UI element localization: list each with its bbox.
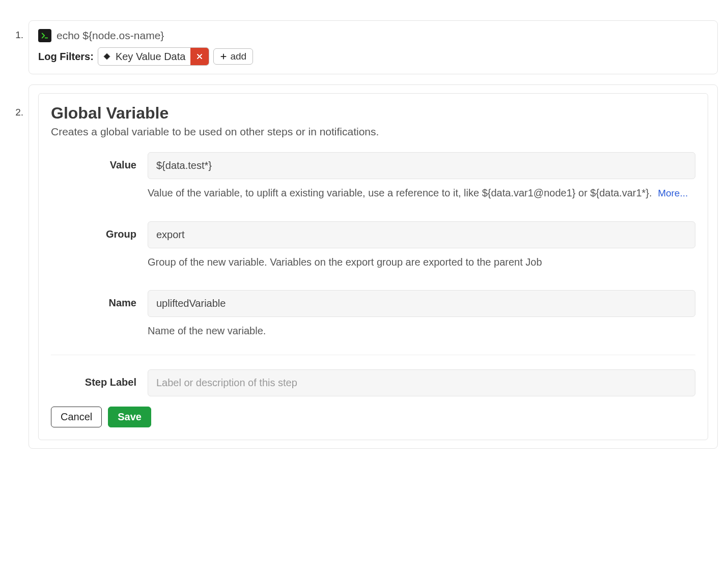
plus-icon bbox=[220, 53, 227, 60]
filter-pill-key-value-data[interactable]: Key Value Data bbox=[98, 47, 210, 66]
step-2-inner-panel: Global Variable Creates a global variabl… bbox=[38, 93, 708, 440]
name-row: Name Name of the new variable. bbox=[51, 290, 695, 343]
step-1-card: echo ${node.os-name} Log Filters: Key Va… bbox=[29, 20, 718, 74]
log-filters-row: Log Filters: Key Value Data bbox=[38, 47, 708, 66]
step-2-card: Global Variable Creates a global variabl… bbox=[29, 84, 718, 449]
form-divider bbox=[51, 355, 695, 355]
name-label: Name bbox=[51, 290, 148, 309]
value-row: Value Value of the variable, to uplift a… bbox=[51, 152, 695, 216]
value-input[interactable] bbox=[148, 152, 695, 179]
value-more-link[interactable]: More... bbox=[658, 188, 688, 198]
terminal-icon bbox=[38, 29, 51, 42]
step-1-command-line: echo ${node.os-name} bbox=[38, 29, 708, 42]
global-variable-description: Creates a global variable to be used on … bbox=[51, 126, 695, 138]
button-row: Cancel Save bbox=[51, 407, 695, 427]
group-help-text: Group of the new variable. Variables on … bbox=[148, 254, 695, 270]
step-1-row: 1. echo ${node.os-name} Log Filters: bbox=[10, 20, 718, 74]
step-label-input[interactable] bbox=[148, 369, 695, 396]
group-row: Group Group of the new variable. Variabl… bbox=[51, 221, 695, 285]
name-help-text: Name of the new variable. bbox=[148, 323, 695, 338]
save-button[interactable]: Save bbox=[108, 407, 151, 427]
value-label: Value bbox=[51, 152, 148, 171]
log-filters-label: Log Filters: bbox=[38, 51, 94, 63]
add-filter-button[interactable]: add bbox=[213, 48, 253, 65]
group-input[interactable] bbox=[148, 221, 695, 248]
diamond-icon bbox=[102, 52, 111, 61]
filter-pill-content: Key Value Data bbox=[98, 49, 191, 65]
cancel-button[interactable]: Cancel bbox=[51, 407, 102, 427]
name-input[interactable] bbox=[148, 290, 695, 317]
step-1-command-text: echo ${node.os-name} bbox=[57, 30, 164, 42]
svg-rect-0 bbox=[104, 53, 110, 60]
global-variable-title: Global Variable bbox=[51, 104, 695, 123]
step-1-number: 1. bbox=[10, 20, 29, 41]
value-help-text: Value of the variable, to uplift a exist… bbox=[148, 185, 695, 201]
step-label-row: Step Label bbox=[51, 369, 695, 396]
step-label-label: Step Label bbox=[51, 369, 148, 388]
value-help-prefix: Value of the variable, to uplift a exist… bbox=[148, 187, 652, 198]
add-filter-label: add bbox=[230, 51, 246, 62]
group-label: Group bbox=[51, 221, 148, 240]
step-2-row: 2. Global Variable Creates a global vari… bbox=[10, 84, 718, 449]
step-2-number: 2. bbox=[10, 84, 29, 118]
filter-pill-label: Key Value Data bbox=[116, 51, 186, 63]
filter-remove-button[interactable] bbox=[190, 48, 209, 65]
